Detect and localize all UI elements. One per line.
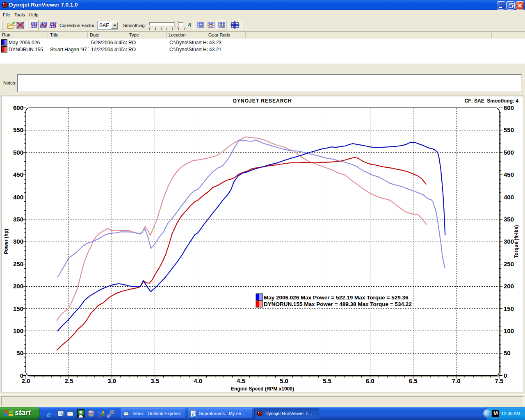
svg-text:GB: GB: [89, 413, 94, 416]
svg-text:300: 300: [504, 238, 514, 245]
svg-text:550: 550: [13, 126, 23, 133]
svg-text:150: 150: [504, 305, 514, 312]
svg-text:400: 400: [504, 194, 514, 201]
svg-text:250: 250: [504, 260, 514, 267]
svg-text:500: 500: [13, 149, 23, 156]
svg-text:7.0: 7.0: [452, 377, 461, 384]
svg-text:May 2006.026 Max Power = 522.1: May 2006.026 Max Power = 522.19 Max Torq…: [264, 294, 409, 301]
svg-text:7.5: 7.5: [495, 377, 504, 384]
svg-text:200: 200: [13, 283, 23, 290]
svg-text:Torque (ft-lbs): Torque (ft-lbs): [514, 225, 519, 258]
svg-text:500: 500: [504, 149, 514, 156]
svg-text:600: 600: [504, 104, 514, 111]
svg-text:450: 450: [504, 171, 514, 178]
svg-text:350: 350: [13, 216, 23, 223]
svg-text:DYNORUN.155 Max Power = 489.38: DYNORUN.155 Max Power = 489.38 Max Torqu…: [264, 301, 412, 307]
svg-text:CF: SAE Smoothing: 4: CF: SAE Smoothing: 4: [465, 98, 519, 104]
svg-text:150: 150: [13, 305, 23, 312]
svg-text:2.5: 2.5: [64, 377, 73, 384]
svg-text:300: 300: [13, 238, 23, 245]
svg-text:5.5: 5.5: [323, 377, 331, 384]
svg-text:400: 400: [13, 194, 23, 201]
svg-text:100: 100: [13, 327, 23, 334]
svg-text:Power (hp): Power (hp): [3, 229, 9, 254]
svg-text:250: 250: [13, 260, 23, 267]
svg-text:2.0: 2.0: [22, 377, 30, 384]
svg-text:3.5: 3.5: [151, 377, 159, 384]
svg-text:50: 50: [16, 349, 23, 356]
svg-text:6.0: 6.0: [366, 377, 374, 384]
svg-text:200: 200: [504, 283, 514, 290]
svg-text:100: 100: [504, 327, 514, 334]
svg-text:Engine Speed (RPM x1000): Engine Speed (RPM x1000): [231, 386, 294, 392]
svg-text:350: 350: [504, 216, 514, 223]
svg-text:450: 450: [13, 171, 23, 178]
svg-text:DYNOJET RESEARCH: DYNOJET RESEARCH: [233, 98, 292, 104]
svg-text:6.5: 6.5: [409, 377, 418, 384]
svg-text:5.0: 5.0: [280, 377, 288, 384]
svg-text:550: 550: [504, 126, 514, 133]
svg-text:3.0: 3.0: [107, 377, 116, 384]
svg-text:600: 600: [13, 104, 23, 111]
svg-text:50: 50: [504, 349, 511, 356]
svg-text:4.0: 4.0: [194, 377, 202, 384]
svg-text:4.5: 4.5: [237, 377, 245, 384]
svg-text:0: 0: [504, 372, 507, 379]
